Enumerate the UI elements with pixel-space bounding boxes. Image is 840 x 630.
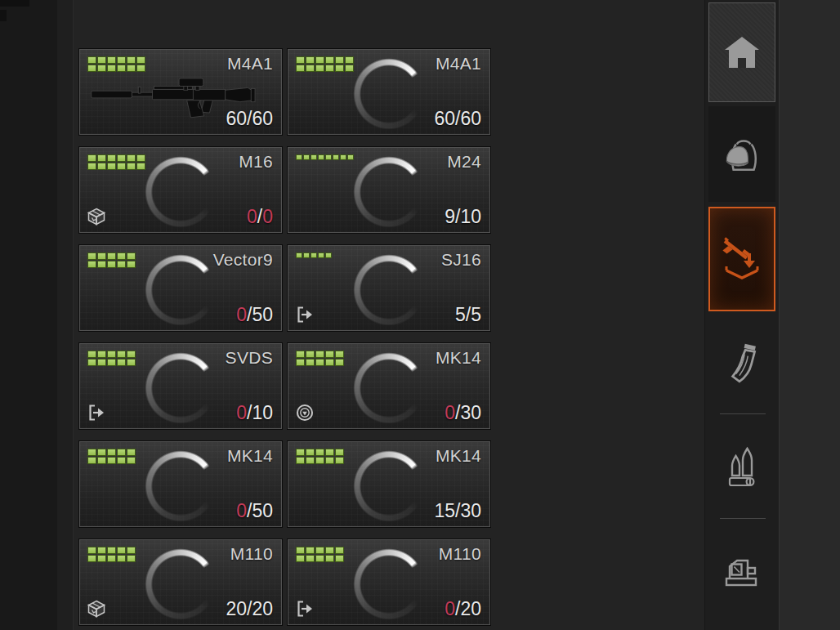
cap-count: 30 — [460, 402, 481, 423]
mag-count: 15 — [434, 500, 455, 521]
weapon-card[interactable]: M4A1 — [288, 49, 490, 135]
card-corner — [87, 109, 106, 128]
loading-spinner — [351, 56, 427, 132]
card-corner — [87, 599, 106, 619]
cap-count: 10 — [460, 206, 481, 227]
mag-count: 0 — [247, 206, 257, 227]
item-grid: M4A1 — [79, 49, 702, 630]
mag-count: 20 — [226, 598, 247, 619]
magazine-icon — [722, 342, 762, 385]
mag-count: 0 — [236, 402, 247, 423]
card-corner — [295, 109, 315, 128]
home-icon — [722, 33, 762, 72]
cap-count: 0 — [262, 206, 273, 227]
mag-count: 0 — [445, 402, 455, 423]
weapon-card[interactable]: Vector9 — [79, 245, 282, 331]
card-corner — [295, 403, 315, 422]
cap-count: 50 — [252, 500, 273, 521]
ammo-count: 0/50 — [236, 304, 273, 326]
ammo-count: 15/30 — [434, 500, 481, 522]
cap-count: 10 — [252, 402, 273, 423]
weapon-card[interactable]: M4A1 — [79, 49, 282, 135]
loading-spinner — [351, 351, 427, 426]
loading-spinner — [143, 154, 218, 230]
card-corner — [87, 403, 106, 422]
loading-spinner — [351, 547, 427, 622]
weapon-card[interactable]: M16 — [79, 147, 282, 233]
cap-count: 30 — [460, 500, 481, 521]
weapon-card[interactable]: SVDS — [79, 343, 282, 429]
export-icon — [87, 403, 106, 422]
cap-count: 50 — [252, 304, 273, 325]
weapon-card[interactable]: MK14 — [288, 441, 490, 527]
card-corner — [87, 305, 106, 324]
tab-optics[interactable] — [708, 523, 775, 619]
cap-count: 5 — [471, 304, 481, 325]
loot-screen: M4A1 — [0, 0, 840, 630]
mag-count: 5 — [455, 304, 466, 325]
mag-count: 0 — [236, 500, 247, 521]
tab-weapons[interactable] — [708, 207, 775, 311]
tab-mags[interactable] — [708, 318, 775, 409]
tab-ammo[interactable] — [708, 419, 775, 514]
ammo-count: 60/60 — [434, 108, 481, 130]
weapon-card[interactable]: MK14 — [79, 441, 282, 527]
category-sidebar — [704, 0, 840, 630]
export-icon — [295, 305, 315, 324]
card-corner — [295, 305, 315, 324]
loading-spinner — [143, 547, 218, 622]
cap-count: 20 — [252, 598, 273, 619]
weapon-card[interactable]: SJ16 — [288, 245, 490, 331]
loading-spinner — [351, 449, 427, 524]
card-corner — [295, 207, 315, 226]
card-corner — [87, 501, 106, 521]
badge-icon — [295, 403, 315, 422]
card-corner — [295, 599, 315, 619]
background-tiles — [0, 0, 33, 25]
ammo-count: 60/60 — [226, 108, 273, 130]
mag-count: 9 — [445, 206, 455, 227]
crate-icon — [87, 207, 106, 226]
ammo-count: 0/20 — [445, 598, 481, 620]
sidebar-divider — [720, 413, 766, 414]
ammo-count: 9/10 — [445, 206, 481, 228]
mag-count: 0 — [445, 598, 455, 619]
mag-count: 60 — [226, 108, 247, 129]
card-corner — [87, 207, 106, 226]
sidebar-divider — [720, 518, 766, 519]
ammo-count: 20/20 — [226, 598, 273, 620]
weapon-card[interactable]: M110 — [288, 539, 490, 625]
weapon-drop-icon — [720, 235, 764, 284]
ammo-count: 0/50 — [236, 500, 273, 522]
mag-count: 0 — [236, 304, 247, 325]
crate-icon — [87, 599, 106, 619]
loading-spinner — [143, 351, 218, 426]
ammo-count: 0/10 — [236, 402, 273, 424]
loading-spinner — [143, 449, 218, 524]
sight-icon — [721, 552, 763, 591]
loading-spinner — [351, 154, 427, 230]
weapon-card[interactable]: MK14 — [288, 343, 490, 429]
tab-gear[interactable] — [708, 106, 775, 202]
tab-home[interactable] — [708, 2, 775, 102]
export-icon — [295, 599, 315, 619]
loading-spinner — [351, 252, 427, 328]
weapon-card[interactable]: M110 — [79, 539, 282, 625]
ammo-count: 5/5 — [455, 304, 481, 326]
ammo-count: 0/30 — [445, 402, 481, 424]
ammo-icon — [722, 445, 762, 489]
weapon-card[interactable]: M24 — [288, 147, 490, 233]
loading-spinner — [143, 252, 218, 328]
left-panel — [0, 0, 74, 630]
cap-count: 60 — [252, 108, 273, 129]
ammo-count: 0/0 — [247, 206, 273, 228]
mag-count: 60 — [434, 108, 455, 129]
card-corner — [295, 501, 315, 521]
helmet-vest-icon — [722, 134, 762, 175]
cap-count: 20 — [460, 598, 481, 619]
cap-count: 60 — [460, 108, 481, 129]
